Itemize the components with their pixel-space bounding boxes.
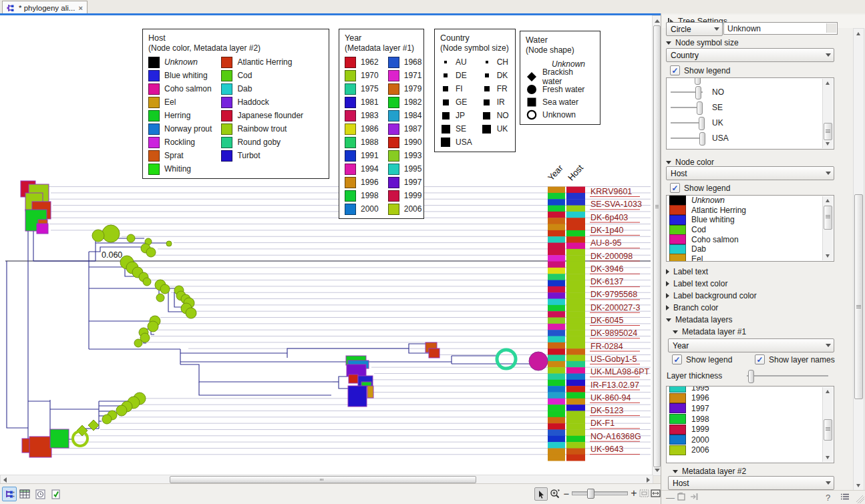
scroll-right-icon[interactable] [647, 477, 650, 483]
node-symbol-square[interactable] [37, 224, 48, 234]
section-label-background-color[interactable]: Label background color [666, 291, 757, 300]
layer-thickness-thumb[interactable] [748, 370, 754, 383]
layer-thickness-slider[interactable] [747, 375, 828, 376]
taxon-label[interactable]: SE-SVA-1033 [590, 200, 642, 209]
node-symbol-circle[interactable] [134, 339, 142, 347]
section-branch-color[interactable]: Branch color [666, 303, 718, 312]
section-node-symbol-size[interactable]: Node symbol size [666, 38, 739, 47]
table-view-button[interactable] [17, 487, 32, 501]
slider-track[interactable] [671, 91, 703, 93]
taxon-label[interactable]: UK-MLA98-6PT [590, 367, 650, 376]
nss-show-legend-checkbox[interactable]: ✓Show legend [670, 65, 730, 75]
color-list-item[interactable]: 2000 [667, 435, 834, 445]
host-color-list[interactable]: UnknownAtlantic HerringBlue whitingCodCo… [666, 195, 834, 262]
country-slider-row[interactable]: SE [671, 100, 818, 115]
field-scroll-button[interactable] [826, 23, 836, 33]
node-symbol-circle[interactable] [148, 321, 158, 332]
fit-width-button[interactable] [639, 487, 649, 499]
taxon-label[interactable]: DK-200027-3 [590, 303, 640, 312]
tab-close-icon[interactable]: × [78, 4, 82, 12]
node-symbol-circle[interactable] [102, 225, 120, 242]
side-panel-menu-icon[interactable] [840, 493, 850, 503]
color-list-item[interactable]: 2006 [667, 445, 834, 456]
node-symbol-circle[interactable] [166, 241, 172, 246]
collapse-all-icon[interactable]: — [666, 493, 675, 503]
color-list-item[interactable]: 1999 [667, 424, 834, 435]
taxon-label[interactable]: DK-1p40 [590, 226, 623, 235]
color-list-item[interactable]: Blue whiting [667, 215, 834, 225]
panel-scroll-up-icon[interactable] [856, 32, 860, 35]
window-resize-grip[interactable] [856, 495, 864, 503]
taxon-label[interactable]: US-Goby1-5 [590, 354, 637, 364]
tree-view-button[interactable] [2, 487, 17, 501]
node-symbol-square[interactable] [348, 386, 367, 407]
node-color-dropdown[interactable]: Host [666, 166, 834, 180]
history-view-button[interactable] [33, 487, 47, 501]
color-list-item[interactable]: 1996 [667, 393, 834, 404]
pointer-tool-button[interactable] [534, 487, 548, 501]
taxon-label[interactable]: NO-A16368G [590, 432, 641, 441]
year-list-scrollbar[interactable] [822, 387, 833, 462]
taxon-label[interactable]: DK-6045 [590, 316, 623, 325]
node-symbol-circle[interactable] [102, 415, 112, 424]
zoom-in-plus-button[interactable]: + [630, 487, 638, 499]
dock-panel-icon[interactable] [690, 493, 699, 503]
taxon-label[interactable]: DK-F1 [590, 419, 615, 428]
scroll-up-icon[interactable] [655, 19, 660, 23]
zoom-slider[interactable] [572, 487, 628, 499]
slider-track[interactable] [671, 122, 703, 123]
color-list-item[interactable]: 1998 [667, 414, 834, 425]
slider-thumb[interactable] [699, 117, 705, 130]
node-symbol-circle[interactable] [143, 278, 151, 286]
section-label-text[interactable]: Label text [666, 267, 708, 276]
tree-view-canvas[interactable]: YearHostKRRV9601SE-SVA-1033DK-6p403DK-1p… [0, 15, 652, 475]
taxon-label[interactable]: DK-9795568 [590, 290, 637, 299]
help-button[interactable]: ? [826, 493, 830, 503]
zoom-out-button[interactable]: − [562, 487, 570, 499]
taxon-label[interactable]: DK-6p403 [590, 213, 628, 222]
color-list-item[interactable]: Dab [667, 244, 834, 254]
scroll-down-icon[interactable] [655, 469, 660, 472]
node-symbol-circle[interactable] [127, 234, 135, 242]
node-symbol-circle[interactable] [186, 308, 196, 318]
country-size-slider-list[interactable]: NOSEUKUSA [666, 77, 834, 150]
node-shape-value-field[interactable]: Unknown [723, 22, 838, 35]
panel-scroll-down-icon[interactable] [856, 484, 860, 487]
country-slider-row-clipped[interactable] [671, 77, 818, 85]
node-symbol-circle[interactable] [116, 405, 127, 416]
node-shape-dropdown[interactable]: Circle [666, 22, 723, 36]
country-slider-row[interactable]: NO [671, 85, 818, 99]
section-metadata-layer-1[interactable]: Metadata layer #1 [673, 327, 746, 336]
tree-vscroll-thumb[interactable] [653, 25, 661, 467]
section-node-color[interactable]: Node color [666, 158, 714, 167]
node-symbol-circle[interactable] [160, 284, 170, 294]
node-symbol-square[interactable] [29, 437, 51, 457]
node-symbol-square[interactable] [429, 348, 440, 358]
node-symbol-circle[interactable] [156, 294, 164, 302]
taxon-label[interactable]: DK-9895024 [590, 328, 637, 338]
node-symbol-circle[interactable] [92, 230, 104, 242]
layer1-show-legend-checkbox[interactable]: ✓Show legend [672, 354, 732, 364]
panel-scroll-thumb[interactable] [854, 194, 863, 399]
country-slider-row[interactable]: USA [671, 131, 818, 146]
color-list-item[interactable]: Coho salmon [667, 234, 834, 244]
taxon-label[interactable]: UK-9643 [590, 445, 623, 454]
section-metadata-layers[interactable]: Metadata layers [666, 315, 732, 324]
node-symbol-filled-circle[interactable] [529, 352, 548, 370]
layer1-dropdown[interactable]: Year [668, 338, 834, 352]
taxon-label[interactable]: KRRV9601 [590, 187, 632, 196]
tab-phylogeny[interactable]: * phylogeny ali... × [2, 1, 88, 14]
slider-track[interactable] [671, 107, 703, 108]
node-symbol-square[interactable] [349, 374, 358, 383]
slider-thumb[interactable] [697, 101, 703, 115]
color-list-item[interactable]: 1997 [667, 403, 834, 414]
host-list-scrollbar[interactable] [822, 196, 833, 260]
node-symbol-square[interactable] [50, 429, 69, 448]
zoom-to-selection-button[interactable] [650, 487, 661, 499]
color-list-item[interactable]: Eel [667, 254, 834, 262]
slider-list-scrollbar[interactable] [822, 79, 833, 148]
float-panel-icon[interactable] [677, 493, 686, 503]
nc-show-legend-checkbox[interactable]: ✓Show legend [670, 183, 730, 193]
layer2-dropdown[interactable]: Host [668, 476, 834, 490]
slider-thumb[interactable] [699, 132, 705, 146]
